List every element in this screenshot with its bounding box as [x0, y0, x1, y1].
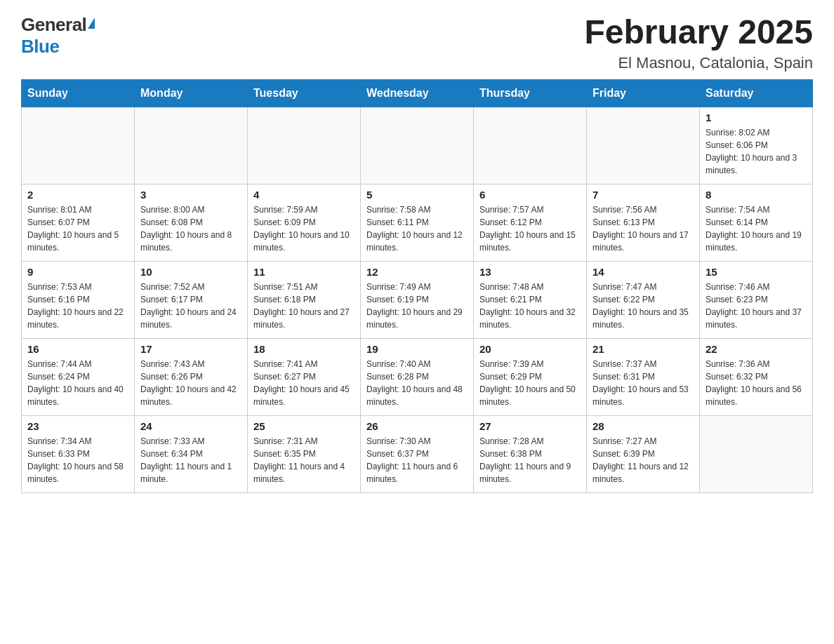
day-info: Sunrise: 7:53 AMSunset: 6:16 PMDaylight:… — [27, 281, 128, 331]
calendar-header-row: SundayMondayTuesdayWednesdayThursdayFrid… — [22, 79, 813, 107]
calendar-week-row: 16Sunrise: 7:44 AMSunset: 6:24 PMDayligh… — [22, 338, 813, 415]
day-info: Sunrise: 7:56 AMSunset: 6:13 PMDaylight:… — [593, 203, 694, 254]
day-number: 3 — [140, 189, 241, 201]
day-info: Sunrise: 7:48 AMSunset: 6:21 PMDaylight:… — [479, 281, 581, 331]
calendar-cell — [474, 107, 587, 184]
header-thursday: Thursday — [474, 79, 587, 107]
day-number: 25 — [253, 420, 355, 432]
day-info: Sunrise: 8:02 AMSunset: 6:06 PMDaylight:… — [706, 126, 807, 177]
day-number: 6 — [479, 189, 581, 201]
day-number: 23 — [27, 420, 128, 432]
calendar-week-row: 9Sunrise: 7:53 AMSunset: 6:16 PMDaylight… — [22, 261, 813, 338]
day-info: Sunrise: 7:54 AMSunset: 6:14 PMDaylight:… — [706, 203, 807, 254]
day-info: Sunrise: 7:36 AMSunset: 6:32 PMDaylight:… — [706, 358, 807, 408]
day-number: 27 — [479, 420, 581, 432]
calendar-cell: 15Sunrise: 7:46 AMSunset: 6:23 PMDayligh… — [700, 261, 813, 338]
day-info: Sunrise: 7:49 AMSunset: 6:19 PMDaylight:… — [366, 281, 468, 331]
calendar-cell: 20Sunrise: 7:39 AMSunset: 6:29 PMDayligh… — [474, 338, 587, 415]
calendar-cell: 21Sunrise: 7:37 AMSunset: 6:31 PMDayligh… — [587, 338, 700, 415]
day-number: 1 — [706, 112, 807, 123]
calendar-cell: 3Sunrise: 8:00 AMSunset: 6:08 PMDaylight… — [135, 184, 248, 261]
day-info: Sunrise: 7:51 AMSunset: 6:18 PMDaylight:… — [253, 281, 355, 331]
calendar-cell: 6Sunrise: 7:57 AMSunset: 6:12 PMDaylight… — [474, 184, 587, 261]
calendar-cell: 24Sunrise: 7:33 AMSunset: 6:34 PMDayligh… — [135, 415, 248, 492]
day-info: Sunrise: 7:44 AMSunset: 6:24 PMDaylight:… — [27, 358, 128, 408]
calendar-cell — [700, 415, 813, 492]
logo-general-text: General — [21, 14, 86, 36]
day-info: Sunrise: 7:30 AMSunset: 6:37 PMDaylight:… — [366, 435, 468, 485]
calendar-cell: 22Sunrise: 7:36 AMSunset: 6:32 PMDayligh… — [700, 338, 813, 415]
calendar-cell: 17Sunrise: 7:43 AMSunset: 6:26 PMDayligh… — [135, 338, 248, 415]
header-saturday: Saturday — [700, 79, 813, 107]
day-info: Sunrise: 7:57 AMSunset: 6:12 PMDaylight:… — [479, 203, 581, 254]
calendar-cell: 27Sunrise: 7:28 AMSunset: 6:38 PMDayligh… — [474, 415, 587, 492]
day-number: 13 — [479, 266, 581, 278]
day-number: 28 — [593, 420, 694, 432]
logo: General Blue — [21, 14, 95, 58]
day-info: Sunrise: 7:58 AMSunset: 6:11 PMDaylight:… — [366, 203, 468, 254]
calendar-cell: 14Sunrise: 7:47 AMSunset: 6:22 PMDayligh… — [587, 261, 700, 338]
day-number: 7 — [593, 189, 694, 201]
day-info: Sunrise: 7:34 AMSunset: 6:33 PMDaylight:… — [27, 435, 128, 485]
logo-triangle-icon — [88, 18, 95, 29]
header-wednesday: Wednesday — [361, 79, 474, 107]
calendar-cell — [587, 107, 700, 184]
day-number: 10 — [140, 266, 241, 278]
logo-blue-text: Blue — [21, 36, 59, 57]
day-number: 14 — [593, 266, 694, 278]
month-title: February 2025 — [584, 14, 813, 51]
day-info: Sunrise: 7:52 AMSunset: 6:17 PMDaylight:… — [140, 281, 241, 331]
calendar-cell: 4Sunrise: 7:59 AMSunset: 6:09 PMDaylight… — [248, 184, 361, 261]
day-info: Sunrise: 7:31 AMSunset: 6:35 PMDaylight:… — [253, 435, 355, 485]
day-info: Sunrise: 7:41 AMSunset: 6:27 PMDaylight:… — [253, 358, 355, 408]
day-info: Sunrise: 7:47 AMSunset: 6:22 PMDaylight:… — [593, 281, 694, 331]
calendar-cell: 23Sunrise: 7:34 AMSunset: 6:33 PMDayligh… — [22, 415, 135, 492]
day-number: 4 — [253, 189, 355, 201]
day-number: 21 — [593, 343, 694, 355]
day-number: 15 — [706, 266, 807, 278]
calendar-cell: 5Sunrise: 7:58 AMSunset: 6:11 PMDaylight… — [361, 184, 474, 261]
day-info: Sunrise: 8:00 AMSunset: 6:08 PMDaylight:… — [140, 203, 241, 254]
day-number: 22 — [706, 343, 807, 355]
day-number: 9 — [27, 266, 128, 278]
calendar-week-row: 2Sunrise: 8:01 AMSunset: 6:07 PMDaylight… — [22, 184, 813, 261]
calendar-cell: 19Sunrise: 7:40 AMSunset: 6:28 PMDayligh… — [361, 338, 474, 415]
calendar-cell: 9Sunrise: 7:53 AMSunset: 6:16 PMDaylight… — [22, 261, 135, 338]
day-info: Sunrise: 7:43 AMSunset: 6:26 PMDaylight:… — [140, 358, 241, 408]
day-number: 26 — [366, 420, 468, 432]
page-header: General Blue February 2025 El Masnou, Ca… — [21, 14, 813, 72]
calendar-cell: 28Sunrise: 7:27 AMSunset: 6:39 PMDayligh… — [587, 415, 700, 492]
calendar-cell: 11Sunrise: 7:51 AMSunset: 6:18 PMDayligh… — [248, 261, 361, 338]
header-friday: Friday — [587, 79, 700, 107]
header-monday: Monday — [135, 79, 248, 107]
location-title: El Masnou, Catalonia, Spain — [584, 54, 813, 72]
calendar-cell: 12Sunrise: 7:49 AMSunset: 6:19 PMDayligh… — [361, 261, 474, 338]
calendar-cell: 7Sunrise: 7:56 AMSunset: 6:13 PMDaylight… — [587, 184, 700, 261]
calendar-cell: 2Sunrise: 8:01 AMSunset: 6:07 PMDaylight… — [22, 184, 135, 261]
calendar-cell: 26Sunrise: 7:30 AMSunset: 6:37 PMDayligh… — [361, 415, 474, 492]
header-tuesday: Tuesday — [248, 79, 361, 107]
calendar-cell: 13Sunrise: 7:48 AMSunset: 6:21 PMDayligh… — [474, 261, 587, 338]
calendar-cell: 25Sunrise: 7:31 AMSunset: 6:35 PMDayligh… — [248, 415, 361, 492]
calendar-cell — [248, 107, 361, 184]
calendar-cell: 8Sunrise: 7:54 AMSunset: 6:14 PMDaylight… — [700, 184, 813, 261]
day-info: Sunrise: 7:37 AMSunset: 6:31 PMDaylight:… — [593, 358, 694, 408]
day-number: 24 — [140, 420, 241, 432]
day-info: Sunrise: 8:01 AMSunset: 6:07 PMDaylight:… — [27, 203, 128, 254]
day-number: 20 — [479, 343, 581, 355]
calendar-week-row: 23Sunrise: 7:34 AMSunset: 6:33 PMDayligh… — [22, 415, 813, 492]
day-number: 19 — [366, 343, 468, 355]
day-info: Sunrise: 7:27 AMSunset: 6:39 PMDaylight:… — [593, 435, 694, 485]
calendar-cell — [22, 107, 135, 184]
day-info: Sunrise: 7:28 AMSunset: 6:38 PMDaylight:… — [479, 435, 581, 485]
title-section: February 2025 El Masnou, Catalonia, Spai… — [584, 14, 813, 72]
calendar-cell: 18Sunrise: 7:41 AMSunset: 6:27 PMDayligh… — [248, 338, 361, 415]
calendar-cell: 16Sunrise: 7:44 AMSunset: 6:24 PMDayligh… — [22, 338, 135, 415]
header-sunday: Sunday — [22, 79, 135, 107]
day-number: 17 — [140, 343, 241, 355]
calendar-table: SundayMondayTuesdayWednesdayThursdayFrid… — [21, 79, 813, 493]
calendar-week-row: 1Sunrise: 8:02 AMSunset: 6:06 PMDaylight… — [22, 107, 813, 184]
day-info: Sunrise: 7:46 AMSunset: 6:23 PMDaylight:… — [706, 281, 807, 331]
day-info: Sunrise: 7:59 AMSunset: 6:09 PMDaylight:… — [253, 203, 355, 254]
day-number: 5 — [366, 189, 468, 201]
